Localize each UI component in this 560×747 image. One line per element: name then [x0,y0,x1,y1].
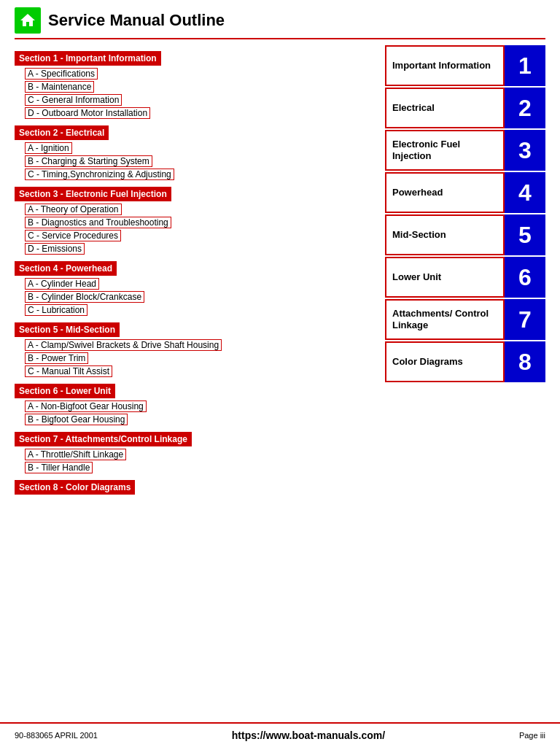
toc-item-link[interactable]: D - Outboard Motor Installation [25,107,150,119]
page-wrapper: Service Manual Outline Section 1 - Impor… [0,0,560,747]
toc-item: D - Outboard Motor Installation [15,107,374,120]
toc-column: Section 1 - Important InformationA - Spe… [15,45,378,496]
toc-item-link[interactable]: A - Clamp/Swivel Brackets & Drive Shaft … [25,339,222,351]
nav-number-nav7: 7 [505,299,545,340]
nav-number-nav3: 3 [505,130,545,171]
toc-item-link[interactable]: A - Throttle/Shift Linkage [25,449,126,460]
header: Service Manual Outline [15,7,545,39]
section-header-section6[interactable]: Section 6 - Lower Unit [15,384,115,398]
toc-item: B - Bigfoot Gear Housing [15,413,374,426]
toc-section-section5: Section 5 - Mid-SectionA - Clamp/Swivel … [15,317,374,378]
toc-item: A - Throttle/Shift Linkage [15,448,374,461]
toc-item: C - Timing,Synchronizing & Adjusting [15,168,374,181]
toc-section-section7: Section 7 - Attachments/Control LinkageA… [15,426,374,474]
toc-item-link[interactable]: C - General Information [25,94,122,106]
nav-label-nav1: Important Information [385,45,505,86]
toc-item: A - Clamp/Swivel Brackets & Drive Shaft … [15,338,374,352]
toc-item: A - Cylinder Head [15,277,374,290]
toc-item-link[interactable]: C - Manual Tilt Assist [25,365,112,377]
toc-item: A - Specifications [15,67,374,80]
section-header-section1[interactable]: Section 1 - Important Information [15,51,161,66]
nav-label-nav7: Attachments/ Control Linkage [385,299,505,340]
section-header-section2[interactable]: Section 2 - Electrical [15,125,109,140]
toc-item-link[interactable]: B - Charging & Starting System [25,155,152,167]
nav-item-nav1[interactable]: Important Information1 [385,45,545,86]
nav-number-nav4: 4 [505,172,545,213]
toc-item-link[interactable]: B - Power Trim [25,352,88,364]
nav-number-nav8: 8 [505,341,545,382]
nav-item-nav8[interactable]: Color Diagrams8 [385,341,545,382]
nav-label-nav5: Mid-Section [385,214,505,255]
nav-column: Important Information1Electrical2Electro… [385,45,545,496]
toc-section-section1: Section 1 - Important InformationA - Spe… [15,45,374,120]
nav-number-nav2: 2 [505,88,545,128]
toc-item: B - Power Trim [15,352,374,365]
toc-item: B - Maintenance [15,80,374,93]
toc-item-link[interactable]: D - Emissions [25,243,85,255]
nav-label-nav3: Electronic Fuel Injection [385,130,505,171]
nav-item-nav7[interactable]: Attachments/ Control Linkage7 [385,299,545,340]
section-header-section8[interactable]: Section 8 - Color Diagrams [15,480,135,495]
toc-item-link[interactable]: C - Service Procedures [25,230,121,241]
toc-section-section8: Section 8 - Color Diagrams [15,474,374,496]
nav-number-nav5: 5 [505,214,545,255]
nav-item-nav2[interactable]: Electrical2 [385,88,545,128]
nav-item-nav5[interactable]: Mid-Section5 [385,214,545,255]
toc-item: C - Lubrication [15,303,374,317]
toc-item-link[interactable]: A - Specifications [25,68,98,80]
toc-item: C - Service Procedures [15,229,374,242]
toc-section-section6: Section 6 - Lower UnitA - Non-Bigfoot Ge… [15,378,374,426]
footer-url: https://www.boat-manuals.com/ [232,729,385,741]
nav-label-nav8: Color Diagrams [385,341,505,382]
toc-item-link[interactable]: A - Ignition [25,142,72,154]
toc-item: B - Diagnostics and Troubleshooting [15,216,374,229]
main-content: Section 1 - Important InformationA - Spe… [15,45,545,496]
toc-item: A - Theory of Operation [15,203,374,216]
toc-item: A - Non-Bigfoot Gear Housing [15,400,374,413]
toc-section-section2: Section 2 - ElectricalA - IgnitionB - Ch… [15,120,374,181]
section-header-section3[interactable]: Section 3 - Electronic Fuel Injection [15,187,171,201]
toc-item-link[interactable]: A - Cylinder Head [25,278,99,290]
nav-label-nav6: Lower Unit [385,257,505,298]
toc-item: B - Charging & Starting System [15,155,374,168]
nav-item-nav3[interactable]: Electronic Fuel Injection3 [385,130,545,171]
toc-item-link[interactable]: B - Bigfoot Gear Housing [25,414,128,425]
toc-section-section3: Section 3 - Electronic Fuel InjectionA -… [15,181,374,255]
toc-item-link[interactable]: B - Diagnostics and Troubleshooting [25,217,171,228]
toc-item-link[interactable]: B - Maintenance [25,81,94,93]
nav-item-nav6[interactable]: Lower Unit6 [385,257,545,298]
nav-number-nav1: 1 [505,45,545,86]
page-title: Service Manual Outline [48,11,225,30]
toc-item: D - Emissions [15,242,374,255]
toc-item-link[interactable]: C - Timing,Synchronizing & Adjusting [25,169,174,180]
section-header-section7[interactable]: Section 7 - Attachments/Control Linkage [15,432,192,446]
nav-item-nav4[interactable]: Powerhead4 [385,172,545,213]
nav-number-nav6: 6 [505,257,545,298]
toc-item: B - Cylinder Block/Crankcase [15,290,374,303]
nav-label-nav4: Powerhead [385,172,505,213]
toc-item: C - Manual Tilt Assist [15,365,374,378]
home-icon[interactable] [15,7,41,34]
toc-item-link[interactable]: A - Non-Bigfoot Gear Housing [25,400,147,412]
section-header-section5[interactable]: Section 5 - Mid-Section [15,322,120,337]
footer-page: Page iii [519,731,545,740]
toc-item-link[interactable]: C - Lubrication [25,304,88,316]
section-header-section4[interactable]: Section 4 - Powerhead [15,261,117,276]
toc-item: B - Tiller Handle [15,461,374,474]
toc-item-link[interactable]: A - Theory of Operation [25,204,122,215]
toc-item: A - Ignition [15,142,374,155]
toc-section-section4: Section 4 - PowerheadA - Cylinder HeadB … [15,255,374,317]
footer: 90-883065 APRIL 2001 https://www.boat-ma… [0,722,560,747]
footer-doc-number: 90-883065 APRIL 2001 [15,731,98,740]
nav-label-nav2: Electrical [385,88,505,128]
toc-item-link[interactable]: B - Tiller Handle [25,462,93,473]
toc-item-link[interactable]: B - Cylinder Block/Crankcase [25,291,144,303]
toc-item: C - General Information [15,93,374,107]
